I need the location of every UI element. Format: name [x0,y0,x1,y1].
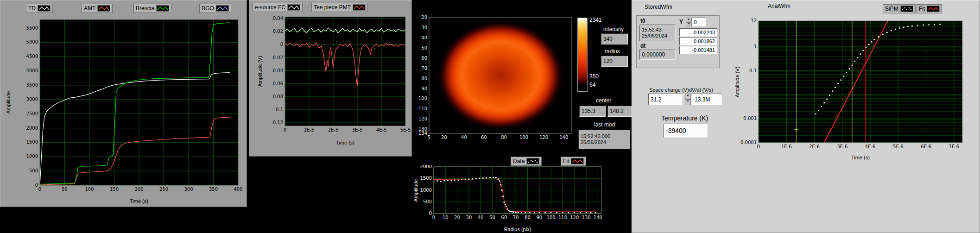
svg-text:0.0001: 0.0001 [740,140,757,145]
svg-text:-0.08: -0.08 [271,94,283,99]
svg-text:50: 50 [489,215,495,220]
svg-text:30: 30 [421,25,427,30]
temperature-value: -39400 [664,124,708,138]
legend-item-sipm[interactable]: SiPM [883,4,916,13]
right-control-panel: StoredWfm t0 15:52:43 25/06/2024 dt 0.00… [632,0,980,233]
legend-item-fit[interactable]: Fit [561,157,586,166]
temperature-label: Temperature (K) [661,114,708,122]
y-array-element-0: -0.002243 [679,28,717,37]
svg-text:500: 500 [29,168,38,173]
svg-text:200: 200 [134,187,143,192]
svg-text:12: 12 [751,18,757,23]
legend-label-esource-fc: e-source FC [255,4,285,11]
y-index-arrows[interactable]: ▲ ▼ [686,18,692,26]
intensity-value: 340 [601,33,628,44]
labview-front-panel: { "panel1": { "legend": [ {"label": "TD"… [0,0,980,233]
svg-text:140: 140 [594,215,602,220]
esource-pmt-graph[interactable]: Amplitude (V) Time (s) 01E-52E-53E-54E-5… [249,13,412,148]
dvdt-value[interactable]: -13.3M [691,94,722,105]
legend-label-fit: Fit [563,158,569,164]
pmt-line-style-icon [353,4,366,11]
svg-text:400: 400 [234,187,242,192]
sipm-scatter-style-icon [900,6,913,12]
esource-line-style-icon [287,4,300,11]
svg-text:0: 0 [432,215,435,220]
t0-date: 25/06/2024 [642,33,667,39]
colorbar-min-label: 64 [589,82,595,88]
analwfm-graph[interactable]: Amplitude (V) Time (s) 01E-62E-63E-64E-6… [733,14,970,162]
legend-item-bgo[interactable]: BGO [199,4,231,13]
legend-label-tee-piece-pmt: Tee piece PMT [314,4,351,11]
svg-text:6E-6: 6E-6 [921,144,931,149]
amt-line-style-icon [97,5,110,12]
svg-text:30: 30 [466,215,472,220]
esource-graph-panel: e-source FC Tee piece PMT Amplitude (V) … [249,0,412,157]
legend-label-sipm: SiPM [885,6,898,12]
svg-text:70: 70 [513,215,519,220]
svg-text:5: 5 [428,135,430,140]
dvdt-increment-arrow[interactable]: ▲ [685,94,691,100]
y-array-label: Y [679,19,683,25]
radial-profile-graph[interactable]: Amplitude Radius (pix) 01020304050607080… [411,165,608,233]
analwfm-title: AnalWfm [768,3,790,9]
dvdt-label: dV/dt (V/s) [689,87,713,93]
svg-text:120: 120 [570,215,579,220]
legend-item-td[interactable]: TD [26,4,53,13]
svg-text:0.04: 0.04 [273,16,283,21]
svg-text:1E-6: 1E-6 [781,144,792,149]
space-charge-value: 31.2 [648,94,683,105]
svg-text:40: 40 [421,35,427,40]
legend-item-amt[interactable]: AMT [82,4,113,13]
svg-text:1000: 1000 [26,154,38,159]
y-array-index-control[interactable]: ▲ ▼ 0 [686,18,706,26]
svg-text:20: 20 [421,15,427,20]
amplitude-vs-time-graph[interactable]: Amplitude Time (s) 050100150200250300350… [2,16,245,206]
svg-text:1E-5: 1E-5 [304,127,315,132]
svg-text:70: 70 [421,66,427,71]
svg-text:50: 50 [421,45,427,50]
svg-text:80: 80 [421,76,427,81]
y-index-decrement-arrow[interactable]: ▼ [686,22,692,27]
svg-text:3E-5: 3E-5 [352,127,363,132]
intensity-colorbar[interactable] [577,18,588,92]
legend-item-analfit[interactable]: Fit [917,4,942,13]
svg-text:1: 1 [754,44,757,49]
y-array-index-value[interactable]: 0 [692,18,706,26]
center-label: center [596,97,611,104]
dvdt-decrement-arrow[interactable]: ▼ [685,100,691,106]
svg-text:120: 120 [539,135,548,140]
dvdt-control[interactable]: ▲ ▼ -13.3M [685,94,722,105]
svg-text:0.1: 0.1 [749,68,757,73]
analfit-line-style-icon [927,6,940,12]
center-x-value: 135.3 [579,106,606,117]
data-scatter-style-icon [526,158,539,164]
svg-text:0.02: 0.02 [273,29,283,34]
legend-item-data[interactable]: Data [511,157,542,166]
svg-text:1000: 1000 [420,188,432,193]
legend-item-brescia[interactable]: Brescia [133,4,171,13]
svg-text:0: 0 [280,42,283,47]
svg-text:-0.1: -0.1 [274,107,283,112]
legend-item-tee-piece-pmt[interactable]: Tee piece PMT [311,3,368,12]
beam-intensity-image-graph[interactable]: 5204060801001201402030405060708090100110… [411,6,575,145]
svg-text:5E-6: 5E-6 [893,144,904,149]
svg-text:4500: 4500 [26,54,38,59]
svg-text:7E-6: 7E-6 [949,144,960,149]
legend-label-brescia: Brescia [136,5,154,12]
svg-text:300: 300 [184,187,193,192]
storedwfm-cluster: t0 15:52:43 25/06/2024 dt 0.000000 Y ▲ ▼… [636,15,720,68]
legend-item-esource-fc[interactable]: e-source FC [253,3,303,12]
t0-label: t0 [640,18,645,24]
colorbar-mid-label: 350 [589,73,599,80]
last-mod-date: 25/06/2024 [581,139,606,145]
svg-text:20: 20 [441,135,447,140]
colorbar-max-label: 2341 [589,17,602,23]
svg-text:1500: 1500 [26,139,38,145]
y-index-increment-arrow[interactable]: ▲ [686,18,692,22]
last-mod-time: 15:52:43.000 [581,133,610,139]
t0-time: 15:52:43 [642,27,662,33]
dvdt-arrows[interactable]: ▲ ▼ [685,94,691,105]
svg-text:40: 40 [461,135,467,140]
radius-value: 120 [601,56,628,67]
svg-text:500: 500 [423,199,432,204]
